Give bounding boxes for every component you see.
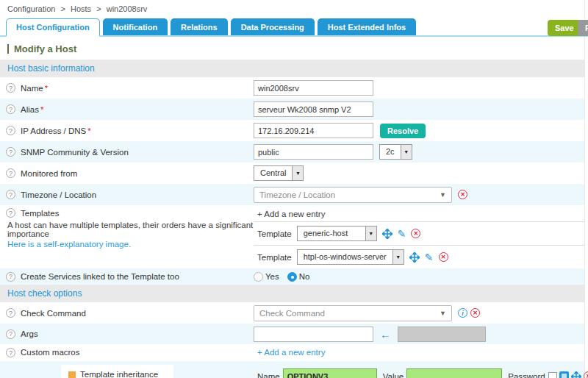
row-timezone: ? Timezone / Location Timezone / Locatio… xyxy=(0,184,584,205)
arrow-left-icon: ← xyxy=(380,328,391,340)
help-icon[interactable]: ? xyxy=(6,168,15,178)
no-label: No xyxy=(299,272,310,281)
page-title: Modify a Host xyxy=(7,43,584,54)
command-info-icon[interactable]: i xyxy=(458,308,467,318)
template-entry-row: Template htpl-os-windows-server ▼ ✎ ✕ xyxy=(254,245,584,268)
help-icon[interactable]: ? xyxy=(6,147,15,157)
macro-name-label: Name xyxy=(257,372,280,378)
row-alias: ? Alias* xyxy=(0,99,584,120)
templates-description: A host can have multiple templates, thei… xyxy=(7,221,254,238)
args-input[interactable] xyxy=(254,327,373,342)
name-input[interactable] xyxy=(254,80,373,96)
monitored-from-label: Monitored from xyxy=(21,169,77,178)
ip-address-label: IP Address / DNS* xyxy=(21,126,91,135)
chevron-down-icon: ▼ xyxy=(440,310,446,317)
edit-icon[interactable]: ✎ xyxy=(398,229,406,239)
timezone-placeholder: Timezone / Location xyxy=(259,190,335,199)
select-arrow-icon: ▼ xyxy=(392,250,404,264)
macro-legend: Template inheritance Command inheritance xyxy=(61,365,173,378)
tab-data-processing[interactable]: Data Processing xyxy=(231,18,315,35)
template-entry-row: Template generic-host ▼ ✎ ✕ xyxy=(254,221,584,245)
delete-icon[interactable]: ✕ xyxy=(439,252,448,262)
check-command-select[interactable]: Check Command ▼ xyxy=(254,305,452,321)
row-custom-macros: ? Custom macros + Add a new entry xyxy=(0,344,584,361)
macro-value-input[interactable] xyxy=(406,368,502,378)
save-button[interactable]: Save xyxy=(548,20,581,36)
breadcrumb-configuration[interactable]: Configuration xyxy=(7,4,55,13)
tab-host-extended-infos[interactable]: Host Extended Infos xyxy=(318,18,416,35)
row-ip-address: ? IP Address / DNS* Resolve xyxy=(0,120,584,141)
move-icon[interactable] xyxy=(409,252,420,263)
ip-address-input[interactable] xyxy=(254,123,373,138)
monitored-from-select[interactable]: Central ▼ xyxy=(254,165,304,181)
custom-macros-label: Custom macros xyxy=(21,348,80,357)
template-entry-label: Template xyxy=(257,229,292,238)
template-inheritance-color-swatch xyxy=(68,371,76,378)
edit-icon[interactable]: ✎ xyxy=(425,252,434,263)
resolve-button[interactable]: Resolve xyxy=(380,124,426,138)
tab-host-configuration[interactable]: Host Configuration xyxy=(6,18,100,37)
reset-button[interactable]: Reset xyxy=(578,20,588,36)
help-icon[interactable]: ? xyxy=(6,329,15,339)
section-host-check-options: Host check options xyxy=(0,285,584,302)
snmp-label: SNMP Community & Version xyxy=(21,148,129,157)
template-select-1[interactable]: generic-host ▼ xyxy=(297,226,377,241)
select-arrow-icon: ▼ xyxy=(292,166,303,180)
template-inheritance-label: Template inheritance xyxy=(80,369,158,378)
row-check-command: ? Check Command Check Command ▼ i ✕ xyxy=(0,302,584,324)
name-label: Name* xyxy=(21,84,48,93)
add-template-link[interactable]: + Add a new entry xyxy=(257,210,325,218)
alias-input[interactable] xyxy=(254,101,373,117)
templates-help-link[interactable]: Here is a self-explanatory image. xyxy=(7,240,131,249)
create-services-no-radio[interactable] xyxy=(287,272,297,282)
chevron-down-icon: ▼ xyxy=(440,191,446,199)
check-command-label: Check Command xyxy=(21,309,86,318)
tab-notification[interactable]: Notification xyxy=(103,18,168,35)
required-mark: * xyxy=(45,84,48,93)
title-pipe-decoration xyxy=(7,44,9,54)
help-icon[interactable]: ? xyxy=(6,308,15,318)
move-icon[interactable] xyxy=(382,229,392,239)
help-icon[interactable]: ? xyxy=(6,104,15,114)
help-icon[interactable]: ? xyxy=(6,190,15,199)
args-preview-box xyxy=(398,327,486,342)
breadcrumb-hosts[interactable]: Hosts xyxy=(71,4,91,13)
macro-description-icon[interactable] xyxy=(559,371,569,378)
required-mark: * xyxy=(40,105,43,114)
help-icon[interactable]: ? xyxy=(6,208,15,218)
check-command-placeholder: Check Command xyxy=(259,309,325,318)
tab-bar: Host Configuration Notification Relation… xyxy=(0,17,588,37)
section-host-basic-information: Host basic information xyxy=(0,60,584,77)
row-name: ? Name* xyxy=(0,77,584,99)
select-arrow-icon: ▼ xyxy=(365,227,376,240)
move-icon[interactable] xyxy=(571,371,581,378)
macro-password-label: Password xyxy=(508,372,545,378)
macro-password-checkbox[interactable] xyxy=(548,372,557,378)
snmp-community-input[interactable] xyxy=(254,144,373,160)
macro-name-input[interactable] xyxy=(283,368,377,378)
delete-macro-icon[interactable]: ✕ xyxy=(584,371,588,378)
create-services-yes-radio[interactable] xyxy=(254,272,263,282)
clear-timezone-icon[interactable]: ✕ xyxy=(458,190,467,199)
delete-icon[interactable]: ✕ xyxy=(411,229,420,238)
row-snmp: ? SNMP Community & Version 2c ▼ xyxy=(0,141,584,163)
row-create-services: ? Create Services linked to the Template… xyxy=(0,268,584,285)
timezone-select[interactable]: Timezone / Location ▼ xyxy=(254,187,452,203)
help-icon[interactable]: ? xyxy=(6,83,15,93)
row-args: ? Args ← xyxy=(0,324,584,344)
create-services-label: Create Services linked to the Template t… xyxy=(21,272,179,281)
snmp-version-select[interactable]: 2c ▼ xyxy=(379,144,412,160)
template-select-2[interactable]: htpl-os-windows-server ▼ xyxy=(297,249,404,265)
page-title-text: Modify a Host xyxy=(14,43,76,54)
help-icon[interactable]: ? xyxy=(6,348,15,357)
select-arrow-icon: ▼ xyxy=(401,145,412,159)
required-mark: * xyxy=(87,126,90,135)
breadcrumb: Configuration > Hosts > win2008srv xyxy=(0,0,584,17)
help-icon[interactable]: ? xyxy=(6,272,15,282)
timezone-label: Timezone / Location xyxy=(21,190,96,199)
add-macro-link[interactable]: + Add a new entry xyxy=(257,348,325,357)
snmp-version-value: 2c xyxy=(380,145,401,159)
tab-relations[interactable]: Relations xyxy=(171,18,228,35)
help-icon[interactable]: ? xyxy=(6,126,15,135)
clear-command-icon[interactable]: ✕ xyxy=(470,308,480,318)
